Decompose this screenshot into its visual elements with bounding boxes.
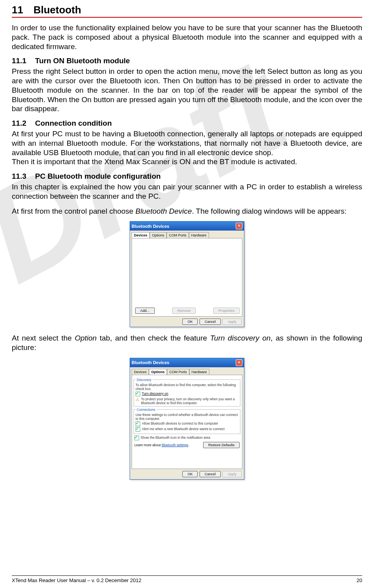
intro-paragraph: In order to use the functionality explai… bbox=[12, 23, 362, 51]
turn-discovery-on-label: Turn discovery on bbox=[142, 392, 168, 396]
dialog-title-bar: Bluetooth Devices × bbox=[130, 358, 244, 367]
bluetooth-settings-link[interactable]: Bluetooth settings bbox=[161, 443, 188, 447]
dialog-title: Bluetooth Devices bbox=[132, 224, 169, 229]
discovery-legend: Discovery bbox=[136, 378, 152, 382]
bluetooth-devices-dialog-options: Bluetooth Devices × Devices Options COM … bbox=[130, 358, 244, 480]
show-icon-label: Show the Bluetooth icon in the notificat… bbox=[141, 436, 210, 440]
options-panel: Discovery To allow Bluetooth devices to … bbox=[132, 375, 242, 469]
alert-new-device-checkbox[interactable] bbox=[136, 427, 140, 432]
tab-devices[interactable]: Devices bbox=[132, 232, 150, 238]
chapter-title: Bluetooth bbox=[33, 4, 81, 16]
section-title: Connection condition bbox=[35, 119, 112, 127]
allow-connect-label: Allow Bluetooth devices to connect to th… bbox=[142, 421, 218, 425]
tab-com-ports[interactable]: COM Ports bbox=[167, 369, 189, 375]
connections-text: Use these settings to control whether a … bbox=[136, 413, 238, 421]
dialog-bottom-buttons: OK Cancel Apply bbox=[130, 469, 244, 479]
cancel-button[interactable]: Cancel bbox=[200, 471, 221, 477]
chapter-heading: 11 Bluetooth bbox=[12, 4, 362, 16]
footer-left: XTend Max Reader User Manual – v. 0.2 De… bbox=[12, 577, 141, 583]
allow-connect-checkbox[interactable] bbox=[136, 421, 140, 426]
add-button[interactable]: Add... bbox=[135, 308, 155, 314]
section-11-1-heading: 11.1 Turn ON Bluetooth module bbox=[12, 57, 362, 65]
restore-defaults-button[interactable]: Restore Defaults bbox=[203, 442, 240, 448]
apply-button[interactable]: Apply bbox=[222, 319, 242, 325]
discovery-text: To allow Bluetooth devices to find this … bbox=[136, 383, 238, 391]
connections-legend: Connections bbox=[136, 408, 156, 412]
dialog-title-bar: Bluetooth Devices × bbox=[130, 222, 244, 231]
section-11-3-body-1: In this chapter is explained the how you… bbox=[12, 182, 362, 201]
dialog-tabs: Devices Options COM Ports Hardware bbox=[130, 367, 244, 375]
tab-options[interactable]: Options bbox=[149, 369, 167, 375]
apply-button[interactable]: Apply bbox=[222, 471, 242, 477]
discovery-fieldset: Discovery To allow Bluetooth devices to … bbox=[134, 378, 240, 407]
footer-page-number: 20 bbox=[357, 577, 362, 583]
chapter-number: 11 bbox=[12, 4, 31, 16]
section-11-3-body-2: At first from the control panel choose B… bbox=[12, 207, 362, 216]
ok-button[interactable]: OK bbox=[182, 319, 198, 325]
tab-devices[interactable]: Devices bbox=[132, 369, 149, 375]
section-title: PC Bluetooth module configuration bbox=[35, 172, 161, 180]
section-11-2-heading: 11.2 Connection condition bbox=[12, 119, 362, 128]
section-11-2-body-1: At first your PC must to be having a Blu… bbox=[12, 129, 362, 157]
section-11-3-body-3: At next select the Option tab, and then … bbox=[12, 333, 362, 352]
dialog-tabs: Devices Options COM Ports Hardware bbox=[130, 231, 244, 238]
turn-discovery-on-checkbox[interactable] bbox=[136, 392, 140, 396]
heading-underline bbox=[12, 17, 362, 18]
section-11-2-body-2: Then it is important that the Xtend Max … bbox=[12, 157, 362, 167]
connections-fieldset: Connections Use these settings to contro… bbox=[134, 408, 240, 434]
alert-new-device-label: Alert me when a new Bluetooth device wan… bbox=[142, 427, 225, 431]
section-title: Turn ON Bluetooth module bbox=[35, 57, 130, 65]
learn-more-text: Learn more about Bluetooth settings. bbox=[134, 443, 189, 447]
tab-com-ports[interactable]: COM Ports bbox=[167, 232, 189, 238]
dialog-title: Bluetooth Devices bbox=[132, 360, 169, 365]
section-11-3-heading: 11.3 PC Bluetooth module configuration bbox=[12, 172, 362, 181]
ok-button[interactable]: OK bbox=[182, 471, 198, 477]
section-11-1-body: Press the right Select button in order t… bbox=[12, 67, 362, 114]
discovery-warning: To protect your privacy, turn on discove… bbox=[141, 397, 238, 405]
page-footer: XTend Max Reader User Manual – v. 0.2 De… bbox=[12, 575, 362, 583]
tab-options[interactable]: Options bbox=[150, 232, 167, 238]
section-number: 11.2 bbox=[12, 119, 33, 128]
dialog-bottom-buttons: OK Cancel Apply bbox=[130, 317, 244, 327]
close-icon[interactable]: × bbox=[236, 223, 242, 229]
cancel-button[interactable]: Cancel bbox=[200, 319, 221, 325]
bluetooth-devices-dialog-devices: Bluetooth Devices × Devices Options COM … bbox=[130, 221, 244, 327]
tab-hardware[interactable]: Hardware bbox=[189, 369, 209, 375]
show-icon-checkbox[interactable] bbox=[134, 436, 139, 440]
remove-button[interactable]: Remove bbox=[172, 308, 196, 314]
properties-button[interactable]: Properties bbox=[213, 308, 240, 314]
section-number: 11.1 bbox=[12, 57, 33, 65]
warning-icon: ⚠ bbox=[136, 397, 139, 402]
devices-panel: Add... Remove Properties bbox=[132, 238, 242, 317]
close-icon[interactable]: × bbox=[236, 359, 242, 366]
section-number: 11.3 bbox=[12, 172, 33, 181]
tab-hardware[interactable]: Hardware bbox=[189, 232, 209, 238]
